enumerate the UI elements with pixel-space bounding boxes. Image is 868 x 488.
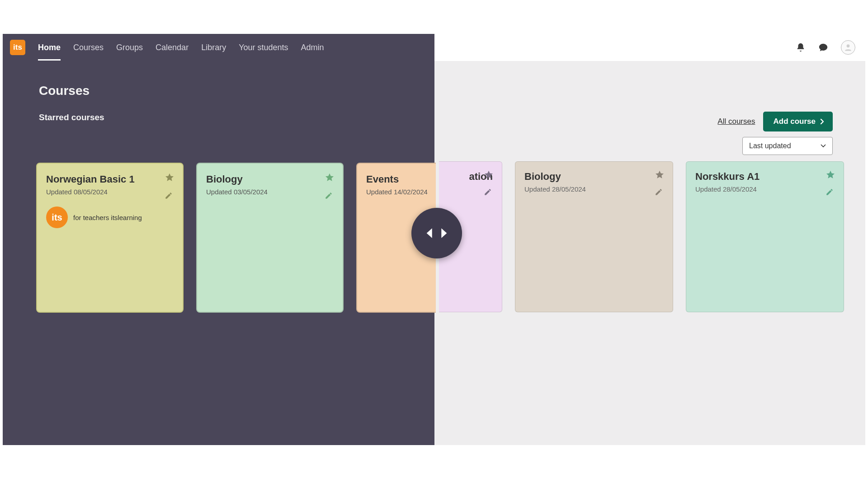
chevron-right-icon <box>820 118 825 125</box>
nav-home[interactable]: Home <box>38 43 61 52</box>
pencil-icon[interactable] <box>484 188 492 198</box>
course-card-title: Events <box>366 174 427 185</box>
compare-slider-handle[interactable] <box>411 208 462 258</box>
add-course-button[interactable]: Add course <box>763 112 833 131</box>
nav-calendar[interactable]: Calendar <box>156 43 189 52</box>
pencil-icon[interactable] <box>655 188 663 198</box>
user-avatar[interactable] <box>841 40 855 55</box>
nav-your-students[interactable]: Your students <box>239 43 288 52</box>
brand-logo[interactable]: its <box>10 40 25 55</box>
bell-icon[interactable] <box>796 42 806 52</box>
pencil-icon[interactable] <box>165 192 173 202</box>
course-card-updated: Updated 08/05/2024 <box>46 188 174 196</box>
sort-dropdown[interactable]: Last updated <box>742 137 833 155</box>
all-courses-link[interactable]: All courses <box>717 117 755 126</box>
nav-admin[interactable]: Admin <box>301 43 324 52</box>
chat-icon[interactable] <box>818 42 828 52</box>
pencil-icon[interactable] <box>826 188 834 198</box>
slider-arrows-icon <box>425 228 448 239</box>
pencil-icon[interactable] <box>325 192 333 202</box>
teacher-name: for teachers itslearning <box>73 214 142 221</box>
caret-down-icon <box>821 144 826 148</box>
star-icon[interactable] <box>484 170 494 182</box>
app-dark-pane: its Home Courses Groups Calendar Library… <box>3 34 434 445</box>
nav-courses[interactable]: Courses <box>73 43 104 52</box>
course-card[interactable]: Norwegian Basic 1 Updated 08/05/2024 its… <box>36 163 184 313</box>
star-icon[interactable] <box>826 170 835 182</box>
svg-point-0 <box>847 44 850 47</box>
page-subsection: Starred courses <box>39 113 434 122</box>
courses-toolbar: All courses Add course <box>717 112 833 131</box>
add-course-label: Add course <box>773 117 816 126</box>
nav-library[interactable]: Library <box>201 43 226 52</box>
sort-selected-label: Last updated <box>749 142 791 150</box>
nav-groups[interactable]: Groups <box>116 43 143 52</box>
page-title: Courses <box>39 84 434 98</box>
star-icon[interactable] <box>165 173 175 184</box>
course-card-title: Norwegian Basic 1 <box>46 174 174 185</box>
course-card-updated: Updated 03/05/2024 <box>206 188 334 196</box>
course-card-updated: Updated 28/05/2024 <box>524 185 664 193</box>
teacher-row: its for teachers itslearning <box>46 206 174 228</box>
right-course-cards: ation Biology Updated 28/05/2024 Norskku… <box>439 161 844 312</box>
course-card-title: Norskkurs A1 <box>695 171 835 183</box>
course-card-title: Biology <box>524 171 664 183</box>
star-icon[interactable] <box>325 173 335 184</box>
course-card[interactable]: Biology Updated 28/05/2024 <box>515 161 673 312</box>
course-card[interactable]: Norskkurs A1 Updated 28/05/2024 <box>686 161 844 312</box>
course-card[interactable]: Biology Updated 03/05/2024 <box>196 163 344 313</box>
course-card-updated: Updated 28/05/2024 <box>695 185 835 193</box>
teacher-avatar: its <box>46 206 68 228</box>
starred-course-cards: Norwegian Basic 1 Updated 08/05/2024 its… <box>36 163 436 313</box>
course-card-title: Biology <box>206 174 334 185</box>
star-icon[interactable] <box>655 170 665 182</box>
course-card-updated: Updated 14/02/2024 <box>366 188 427 196</box>
main-nav: its Home Courses Groups Calendar Library… <box>3 34 434 61</box>
